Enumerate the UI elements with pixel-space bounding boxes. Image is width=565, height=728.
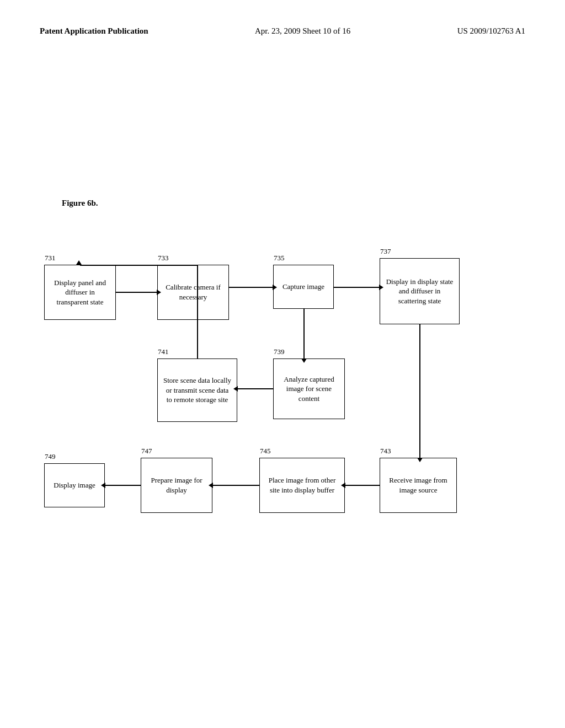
arrow-741-up (197, 265, 198, 358)
box-731: 731 Display panel and diffuser in transp… (44, 265, 116, 320)
text-731: Display panel and diffuser in transparen… (49, 278, 111, 307)
arrow-743-745 (345, 485, 380, 486)
text-749: Display image (54, 480, 95, 490)
arrow-741-left (80, 265, 197, 266)
arrow-735-739 (303, 309, 305, 358)
text-743: Receive image from image source (385, 475, 452, 495)
arrow-731-733 (116, 292, 157, 293)
box-735: 735 Capture image (273, 265, 334, 309)
arrow-735-737 (334, 287, 380, 288)
text-733: Calibrate camera if necessary (162, 282, 224, 302)
publication-label: Patent Application Publication (40, 26, 148, 36)
figure-label: Figure 6b. (62, 199, 98, 208)
box-747: 747 Prepare image for display (141, 458, 212, 513)
text-735: Capture image (282, 282, 324, 292)
label-745: 745 (260, 446, 271, 456)
label-733: 733 (158, 253, 169, 263)
box-745: 745 Place image from other site into dis… (259, 458, 345, 513)
text-741: Store scene data locally or transmit sce… (162, 376, 232, 405)
box-741: 741 Store scene data locally or transmit… (157, 358, 237, 422)
date-sheet-label: Apr. 23, 2009 Sheet 10 of 16 (255, 26, 350, 36)
box-737: 737 Display in display state and diffuse… (380, 258, 460, 324)
box-749: 749 Display image (44, 463, 105, 507)
arrow-739-741 (237, 388, 273, 389)
arrow-747-749 (105, 485, 141, 486)
text-739: Analyze captured image for scene content (278, 374, 340, 404)
arrow-745-747 (212, 485, 259, 486)
arrow-733-735 (229, 287, 273, 288)
label-735: 735 (274, 253, 285, 263)
arrowhead-to-731 (76, 260, 82, 265)
label-741: 741 (158, 347, 169, 357)
text-747: Prepare image for display (146, 475, 207, 495)
text-745: Place image from other site into display… (264, 475, 340, 495)
text-737: Display in display state and diffuser in… (385, 277, 455, 306)
arrow-737-743 (419, 324, 420, 458)
label-731: 731 (45, 253, 56, 263)
box-733: 733 Calibrate camera if necessary (157, 265, 229, 320)
label-743: 743 (380, 446, 391, 456)
label-747: 747 (141, 446, 152, 456)
label-739: 739 (274, 347, 285, 357)
box-739: 739 Analyze captured image for scene con… (273, 358, 345, 419)
diagram-area: 731 Display panel and diffuser in transp… (44, 232, 524, 540)
box-743: 743 Receive image from image source (380, 458, 457, 513)
label-737: 737 (380, 247, 391, 256)
label-749: 749 (45, 452, 56, 462)
patent-number-label: US 2009/102763 A1 (457, 26, 525, 36)
